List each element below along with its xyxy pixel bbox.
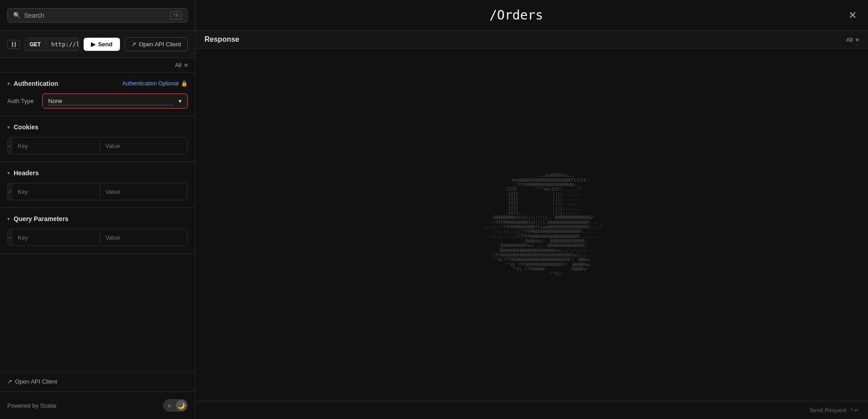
auth-optional: Authentication Optional 🔒 [122,80,188,87]
powered-by-row: Powered by Scalar ○ 🌙 [0,391,195,419]
auth-type-value: None [48,98,62,104]
url-text: http://localhost:5137/Orders [46,38,79,50]
response-filter-label: All [846,36,853,43]
response-header: Response All ≡ [195,31,868,49]
search-area: 🔍 Search ^K [0,0,195,30]
response-title: Response [205,35,239,44]
theme-moon-icon: 🌙 [178,402,185,409]
filter-all-label: All [175,62,181,69]
sidebar-toggle[interactable] [7,40,20,49]
sidebar-spacer [0,254,195,371]
search-icon: 🔍 [13,12,20,19]
main-content: GET http://localhost:5137/Orders ▶ Send … [0,31,868,419]
close-button[interactable]: ✕ [837,0,868,30]
open-api-label: Open API Client [139,41,181,48]
open-api-link-icon: ↗ [7,378,12,385]
left-sidebar: GET http://localhost:5137/Orders ▶ Send … [0,31,195,419]
cookies-panel: ▾ Cookies ✓ [0,116,195,162]
powered-by-text: Powered by Scalar [7,402,57,409]
auth-type-select[interactable]: None ▾ [42,94,188,108]
open-api-link-label: Open API Client [15,378,57,385]
url-bar-row: GET http://localhost:5137/Orders ▶ Send … [0,31,195,58]
send-button[interactable]: ▶ Send [84,38,120,51]
search-box[interactable]: 🔍 Search ^K [7,8,188,23]
theme-light-option[interactable]: ○ [164,400,175,411]
authentication-title-row[interactable]: ▾ Authentication [7,80,58,87]
response-filter-button[interactable]: All ≡ [846,36,859,43]
auth-type-chevron: ▾ [179,98,182,104]
headers-chevron: ▾ [7,170,10,176]
send-icon: ▶ [91,41,95,48]
query-parameters-title-row[interactable]: ▾ Query Parameters [7,215,69,222]
theme-light-icon: ○ [168,402,171,409]
send-request-label: Send Request [809,407,847,414]
filter-button[interactable]: All ≡ [175,62,188,69]
search-label: Search [24,12,166,19]
auth-type-label: Auth Type [7,98,37,104]
ascii-art: ,,,Uod888bou,,, ..Uod8888888888888888888… [462,173,602,276]
right-panel: Response All ≡ ,,,Uod888bou,,, ..Uod8888… [195,31,868,419]
authentication-title: Authentication [14,80,58,87]
headers-check[interactable]: ✓ [8,183,12,200]
theme-dark-option[interactable]: 🌙 [176,400,187,411]
page-title-area: /Orders [195,8,837,23]
sidebar-toggle-bar-2 [15,42,16,47]
theme-toggle[interactable]: ○ 🌙 [163,399,188,412]
query-parameters-panel: ▾ Query Parameters ✓ [0,208,195,254]
query-parameters-check[interactable]: ✓ [8,229,12,246]
open-api-client-button[interactable]: ↗ Open API Client [125,37,188,51]
headers-key-input[interactable] [12,185,100,199]
cookies-panel-header: ▾ Cookies [7,123,188,131]
search-shortcut: ^K [170,11,182,20]
headers-value-input[interactable] [100,185,187,199]
url-pill: GET http://localhost:5137/Orders [25,38,79,51]
query-parameters-chevron: ▾ [7,216,10,222]
auth-optional-label: Authentication Optional [122,80,179,87]
headers-panel: ▾ Headers ✓ [0,162,195,208]
headers-title: Headers [14,169,39,177]
send-request-footer: Send Request ^ ↵ [195,401,868,419]
auth-type-row: Auth Type None ▾ [7,94,188,108]
query-parameters-value-input[interactable] [100,231,187,245]
cookies-check[interactable]: ✓ [8,138,12,154]
authentication-panel: ▾ Authentication Authentication Optional… [0,73,195,116]
send-label: Send [98,41,113,48]
headers-panel-header: ▾ Headers [7,169,188,177]
headers-kv-row: ✓ [7,183,188,200]
query-parameters-kv-row: ✓ [7,229,188,246]
top-bar: 🔍 Search ^K /Orders ✕ [0,0,868,31]
response-filter-icon: ≡ [855,36,859,43]
headers-title-row[interactable]: ▾ Headers [7,169,39,177]
cookies-title: Cookies [14,123,38,131]
query-parameters-panel-header: ▾ Query Parameters [7,215,188,222]
query-parameters-key-input[interactable] [12,231,100,245]
method-badge: GET [25,39,46,50]
cookies-key-input[interactable] [12,139,100,153]
filter-row: All ≡ [0,58,195,73]
sidebar-toggle-bar-1 [12,42,13,47]
open-api-client-link[interactable]: ↗ Open API Client [7,378,188,385]
page-title: /Orders [489,8,543,23]
cookies-kv-row: ✓ [7,137,188,154]
filter-icon: ≡ [184,62,188,69]
close-icon: ✕ [848,10,857,21]
cookies-title-row[interactable]: ▾ Cookies [7,123,38,131]
authentication-panel-header: ▾ Authentication Authentication Optional… [7,80,188,87]
cookies-chevron: ▾ [7,124,10,130]
query-parameters-title: Query Parameters [14,215,69,222]
open-api-icon: ↗ [131,41,136,48]
authentication-chevron: ▾ [7,81,10,87]
bottom-links-area: ↗ Open API Client [0,371,195,391]
auth-select-underline [48,105,174,105]
send-request-shortcut: ^ ↵ [850,407,859,414]
cookies-value-input[interactable] [100,139,187,153]
lock-icon: 🔒 [181,80,188,87]
response-body: ,,,Uod888bou,,, ..Uod8888888888888888888… [195,49,868,401]
